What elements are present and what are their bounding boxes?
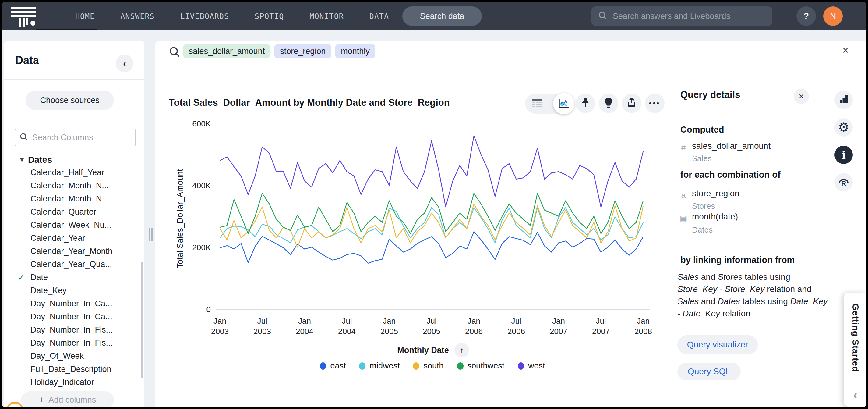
column-item-Calendar_Year_Qua...[interactable]: Calendar_Year_Qua... <box>4 258 140 271</box>
tree-group-label: Dates <box>28 155 52 165</box>
table-view-icon[interactable] <box>525 99 550 108</box>
search-token-sales_dollar_amount[interactable]: sales_dollar_amount <box>183 45 270 58</box>
more-options-button[interactable]: ••• <box>645 93 664 113</box>
search-columns-field[interactable] <box>14 128 136 146</box>
nav-item-answers[interactable]: ANSWERS <box>120 12 154 21</box>
legend-item-west[interactable]: west <box>518 361 545 371</box>
divider <box>155 62 866 62</box>
divider <box>817 62 817 407</box>
search-token-store_region[interactable]: store_region <box>274 45 331 58</box>
global-search-input[interactable] <box>612 11 766 21</box>
add-columns-button[interactable]: + Add columns <box>21 391 114 407</box>
linking-description: Sales and Stores tables using Store_Key … <box>677 271 830 320</box>
attribute-source: Stores <box>692 201 715 211</box>
lightbulb-icon <box>604 97 613 109</box>
legend-item-midwest[interactable]: midwest <box>359 361 400 371</box>
x-tick-Jul-2007: Jul2007 <box>583 316 619 337</box>
pin-button[interactable] <box>576 93 595 113</box>
line-chart[interactable] <box>214 119 652 320</box>
global-search[interactable] <box>591 6 772 26</box>
share-button[interactable] <box>622 93 642 113</box>
y-tick-600K: 600K <box>185 119 211 128</box>
query-visualizer-button[interactable]: Query visualizer <box>677 335 758 354</box>
search-columns-input[interactable] <box>32 133 131 143</box>
share-icon <box>627 97 637 109</box>
column-item-Day_Number_In_Fis...[interactable]: Day_Number_In_Fis... <box>4 337 140 350</box>
x-tick-Jul-2005: Jul2005 <box>413 316 450 337</box>
nav-item-monitor[interactable]: MONITOR <box>309 12 344 21</box>
line-series-south[interactable] <box>220 204 643 247</box>
column-item-Calendar_Quarter[interactable]: Calendar_Quarter <box>4 205 140 218</box>
legend-dot <box>413 362 420 370</box>
chart-config-button[interactable] <box>835 91 853 109</box>
nav-item-home[interactable]: HOME <box>75 12 95 21</box>
sort-ascending-button[interactable]: ↑ <box>455 343 469 357</box>
view-toggle <box>525 93 574 114</box>
bar-chart-icon <box>839 95 848 105</box>
column-item-Day_Number_In_Fis...[interactable]: Day_Number_In_Fis... <box>4 323 140 337</box>
tree-items: Calendar_Half_YearCalendar_Month_N...Cal… <box>4 166 140 402</box>
help-button[interactable]: ? <box>797 6 816 26</box>
query-details-title: Query details <box>680 89 740 100</box>
chevron-down-icon: ▾ <box>20 155 24 164</box>
column-item-Day_Number_In_Ca...[interactable]: Day_Number_In_Ca... <box>4 297 140 310</box>
divider <box>669 115 817 115</box>
choose-sources-button[interactable]: Choose sources <box>26 90 114 110</box>
measure-hash-icon: # <box>677 143 689 152</box>
column-item-Calendar_Year_Month[interactable]: Calendar_Year_Month <box>4 245 140 258</box>
legend-item-southwest[interactable]: southwest <box>457 361 505 371</box>
search-data-button[interactable]: Search data <box>402 6 482 26</box>
line-series-east[interactable] <box>220 232 643 263</box>
r-analysis-button[interactable]: R <box>835 173 853 192</box>
attribute-source: Dates <box>692 225 713 235</box>
legend-dot <box>320 362 326 370</box>
getting-started-label: Getting Started <box>850 303 860 372</box>
search-token-bar[interactable]: sales_dollar_amountstore_regionmonthly <box>183 45 375 58</box>
clear-search-button[interactable]: × <box>838 43 853 58</box>
attribute-text-icon: a <box>677 191 689 200</box>
search-token-monthly[interactable]: monthly <box>335 45 375 58</box>
thoughtspot-logo-icon[interactable] <box>11 7 38 28</box>
chart-legend: eastmidwestsouthsouthwestwest <box>220 361 645 371</box>
column-item-Date[interactable]: ✓Date <box>4 271 140 284</box>
chart-view-icon[interactable] <box>553 93 575 114</box>
ellipsis-icon: ••• <box>649 99 660 107</box>
column-item-Calendar_Half_Year[interactable]: Calendar_Half_Year <box>4 166 140 179</box>
line-series-west[interactable] <box>220 136 643 207</box>
add-columns-label: Add columns <box>49 395 96 405</box>
column-item-Holiday_Indicator[interactable]: Holiday_Indicator <box>4 376 140 389</box>
collapse-panel-button[interactable]: ‹ <box>116 55 133 72</box>
column-item-Calendar_Week_Nu...[interactable]: Calendar_Week_Nu... <box>4 218 140 232</box>
column-item-Calendar_Month_N...[interactable]: Calendar_Month_N... <box>4 179 140 192</box>
nav-item-liveboards[interactable]: LIVEBOARDS <box>180 12 229 21</box>
data-panel: Data ‹ Choose sources ▾ Dates Calendar_H… <box>4 40 144 407</box>
getting-started-tab[interactable]: Getting Started ‹ <box>844 293 866 407</box>
search-icon <box>598 11 607 21</box>
panel-resize-handle[interactable] <box>149 228 154 241</box>
user-avatar[interactable]: N <box>823 6 843 26</box>
top-nav: HOMEANSWERSLIVEBOARDSSPOTIQMONITORDATA S… <box>2 2 866 30</box>
calendar-icon: ▦ <box>677 214 689 223</box>
tree-group-dates[interactable]: ▾ Dates <box>4 153 140 166</box>
spotiq-button[interactable] <box>599 93 618 113</box>
chevron-left-icon[interactable]: ‹ <box>854 388 857 402</box>
r-logo-icon: R <box>838 176 849 188</box>
legend-item-east[interactable]: east <box>320 361 346 371</box>
column-item-Full_Date_Description[interactable]: Full_Date_Description <box>4 363 140 376</box>
query-details-button[interactable]: i <box>835 146 853 164</box>
nav-menu: HOMEANSWERSLIVEBOARDSSPOTIQMONITORDATA <box>75 2 389 30</box>
search-icon <box>169 46 180 59</box>
column-item-Date_Key[interactable]: Date_Key <box>4 284 140 297</box>
column-item-Calendar_Month_N...[interactable]: Calendar_Month_N... <box>4 192 140 205</box>
settings-button[interactable]: ⚙ <box>835 118 853 137</box>
column-item-Day_Number_In_Ca...[interactable]: Day_Number_In_Ca... <box>4 310 140 323</box>
sidebar-scrollbar[interactable] <box>141 262 143 378</box>
query-sql-button[interactable]: Query SQL <box>677 363 741 380</box>
column-item-Day_Of_Week[interactable]: Day_Of_Week <box>4 350 140 363</box>
legend-item-south[interactable]: south <box>413 361 443 371</box>
column-item-Calendar_Year[interactable]: Calendar_Year <box>4 232 140 245</box>
legend-dot <box>518 362 524 370</box>
nav-item-spotiq[interactable]: SPOTIQ <box>255 12 284 21</box>
close-query-details-button[interactable]: × <box>794 89 809 104</box>
nav-item-data[interactable]: DATA <box>369 12 389 21</box>
